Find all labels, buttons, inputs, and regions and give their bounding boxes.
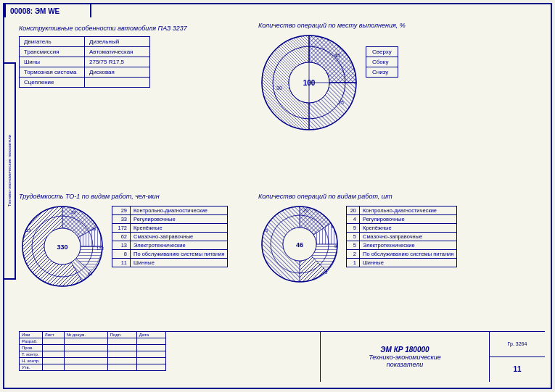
spec-label: Тормозная система	[20, 67, 85, 78]
main-content: Конструктивные особенности автомобиля ПА…	[19, 19, 545, 382]
top-right-chart-area: 100 45 25 30	[258, 32, 534, 133]
main-border: 00008: ЭМ WE Технико-экономические показ…	[3, 3, 552, 389]
work-table-bl: 29 Контрольно-диагностические 33 Регулир…	[112, 206, 228, 267]
work-count: 20	[347, 207, 360, 215]
side-tab-label: Технико-экономические показатели	[7, 135, 12, 207]
bottom-right-title: Количество операций по видам работ, шт	[258, 193, 534, 200]
work-label: Контрольно-диагностические	[131, 207, 228, 215]
bottom-left-title: Трудоёмкость ТО-1 по видам работ, чел-ми…	[19, 193, 251, 200]
footer-cell	[107, 358, 136, 364]
pie-label-3: 30	[276, 86, 282, 91]
footer-cell: Утв.	[20, 364, 43, 371]
work-label: Электротехнические	[360, 241, 457, 250]
top-left-section: Конструктивные особенности автомобиля ПА…	[19, 25, 251, 88]
footer-sheet: 11	[513, 365, 521, 373]
work-label: По обслуживанию системы питания	[131, 250, 228, 259]
svg-text:20: 20	[303, 208, 308, 212]
footer-cell: Разраб.	[20, 338, 43, 345]
work-label: Электротехнические	[131, 241, 228, 250]
footer-cell	[136, 351, 165, 358]
footer-area: Изм Лист № докум. Подп. Дата Разраб.	[19, 331, 545, 382]
footer-cell	[64, 358, 107, 364]
footer-cell: Лист	[42, 332, 64, 338]
work-count: 4	[347, 215, 360, 224]
table-row: 1 Шинные	[347, 259, 457, 267]
table-row: Разраб.	[20, 338, 166, 345]
footer-cell	[64, 351, 107, 358]
tab-label: 00008: ЭМ WE	[10, 7, 59, 15]
bottom-right-section: Количество операций по видам работ, шт	[258, 193, 534, 286]
pie-label-2: 25	[338, 100, 344, 105]
legend-table: Сверху Сбоку Снизу	[366, 46, 398, 78]
footer-cell	[64, 338, 107, 345]
spec-value	[85, 78, 150, 88]
car-specs-table: Двигатель Дизельный Трансмиссия Автомати…	[19, 36, 150, 88]
svg-text:33: 33	[91, 227, 96, 231]
footer-cell	[107, 338, 136, 345]
work-count: 5	[347, 233, 360, 241]
work-label: Шинные	[360, 259, 457, 267]
work-label: Контрольно-диагностические	[360, 207, 457, 215]
top-right-section: Количество операций по месту выполнения,…	[258, 22, 534, 133]
title-block: ЭМ КР 180000 Технико-экономические показ…	[320, 331, 545, 382]
footer-cell	[136, 345, 165, 351]
spec-label: Сцепление	[20, 78, 85, 88]
footer-cell: Т. контр.	[20, 351, 43, 358]
table-row: Т. контр.	[20, 351, 166, 358]
svg-text:13: 13	[26, 228, 31, 233]
legend-row: Сбоку	[366, 57, 398, 67]
footer-cell: Пров.	[20, 345, 43, 351]
top-right-pie-chart: 100 45 25 30	[258, 32, 360, 133]
legend-item: Сбоку	[366, 57, 398, 67]
work-count: 11	[112, 259, 131, 267]
footer-group-cell: Гр. 3264	[490, 331, 545, 357]
table-row: 5 Смазочно-заправочные	[347, 233, 457, 241]
footer-cell: Дата	[136, 332, 165, 338]
footer-cell	[42, 338, 64, 345]
bottom-left-content: 330 29 33 172 62 13 29 Контрольно-диагно…	[19, 203, 251, 290]
footer-left: Изм Лист № докум. Подп. Дата Разраб.	[19, 331, 331, 382]
svg-text:29: 29	[71, 210, 76, 214]
footer-cell	[64, 364, 107, 371]
work-label: Крепёжные	[360, 224, 457, 233]
table-row: Пров.	[20, 345, 166, 351]
footer-title: Технико-экономические	[369, 354, 441, 361]
work-table-br: 20 Контрольно-диагностические 4 Регулиро…	[346, 206, 457, 267]
table-row: 4 Регулировочные	[347, 215, 457, 224]
legend-item: Сверху	[366, 47, 398, 57]
table-row: Утв.	[20, 364, 166, 371]
work-label: Регулировочные	[360, 215, 457, 224]
work-count: 8	[112, 250, 131, 259]
table-row: 29 Контрольно-диагностические	[112, 207, 228, 215]
spec-label: Трансмиссия	[20, 47, 85, 57]
work-count: 62	[112, 233, 131, 241]
work-count: 1	[347, 259, 360, 267]
bottom-left-pie: 330 29 33 172 62 13	[19, 203, 106, 290]
table-row: Изм Лист № докум. Подп. Дата	[20, 332, 166, 338]
footer-cell	[42, 364, 64, 371]
svg-text:172: 172	[96, 246, 104, 251]
footer-cell	[107, 351, 136, 358]
spec-value: 275/75 R17,5	[85, 57, 150, 67]
top-left-title: Конструктивные особенности автомобиля ПА…	[19, 25, 251, 32]
spec-label: Двигатель	[20, 37, 85, 47]
footer-cell	[42, 345, 64, 351]
spec-value: Автоматическая	[85, 47, 150, 57]
top-right-title: Количество операций по месту выполнения,…	[258, 22, 534, 29]
spec-value: Дизельный	[85, 37, 150, 47]
bottom-left-section: Трудоёмкость ТО-1 по видам работ, чел-ми…	[19, 193, 251, 290]
table-row: 5 Электротехнические	[347, 241, 457, 250]
work-count: 33	[112, 215, 131, 224]
table-row: 9 Крепёжные	[347, 224, 457, 233]
side-tab: Технико-экономические показатели	[3, 62, 16, 280]
work-count: 5	[347, 241, 360, 250]
title-main-area: ЭМ КР 180000 Технико-экономические показ…	[321, 331, 490, 382]
table-row: 172 Крепёжные	[112, 224, 228, 233]
spec-value: Дисковая	[85, 67, 150, 78]
top-right-legend: Сверху Сбоку Снизу	[366, 46, 398, 78]
footer-group: Гр. 3264	[508, 341, 527, 346]
table-row: Н. контр.	[20, 358, 166, 364]
work-count: 29	[112, 207, 131, 215]
footer-cell	[107, 345, 136, 351]
work-label: По обслуживанию системы питания	[360, 250, 457, 259]
